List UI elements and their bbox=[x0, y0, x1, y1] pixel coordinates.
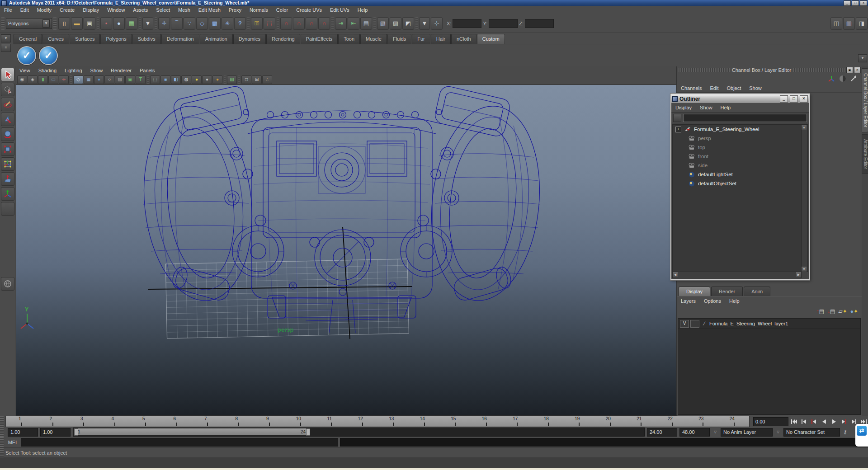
film-gate-icon[interactable]: ▦ bbox=[84, 75, 94, 84]
menu-create[interactable]: Create bbox=[56, 7, 79, 13]
layer-playback-toggle[interactable] bbox=[690, 320, 699, 328]
frame-cell[interactable]: 3 bbox=[68, 416, 99, 427]
wireframe-mode-icon[interactable]: ◇ bbox=[73, 75, 83, 84]
frame-cell[interactable]: 22 bbox=[656, 416, 687, 427]
playback-end-field[interactable]: 24.00 bbox=[647, 428, 677, 437]
auto-keyframe-icon[interactable]: ⚷ bbox=[843, 429, 847, 435]
outliner-item-default-object-set[interactable]: defaultObjectSet bbox=[673, 179, 801, 188]
step-back-frame-button[interactable] bbox=[800, 417, 808, 426]
lasso-tool-button[interactable] bbox=[1, 83, 14, 96]
absolute-transform-icon[interactable]: ⊹ bbox=[431, 17, 443, 30]
use-default-light-icon[interactable]: ● bbox=[192, 75, 202, 84]
close-button[interactable]: X bbox=[860, 0, 867, 6]
time-ruler[interactable]: 1 2 3 4 5 6 7 8 9 10 11 12 13 14 15 16 1… bbox=[5, 416, 750, 427]
shelf-tab-hair[interactable]: Hair bbox=[431, 34, 451, 44]
checker-material-icon[interactable]: ◍ bbox=[181, 75, 191, 84]
menu-set-selector[interactable]: Polygons ▼ bbox=[6, 18, 52, 29]
cb-menu-show[interactable]: Show bbox=[745, 85, 766, 91]
frame-cell[interactable]: 24 bbox=[718, 416, 749, 427]
frame-cell[interactable]: 18 bbox=[532, 416, 563, 427]
menu-file[interactable]: File bbox=[0, 7, 16, 13]
scroll-right-icon[interactable]: ▶ bbox=[796, 272, 801, 277]
menu-edit[interactable]: Edit bbox=[16, 7, 33, 13]
new-scene-icon[interactable]: ▯ bbox=[58, 17, 70, 30]
shelf-tab-curves[interactable]: Curves bbox=[42, 34, 69, 44]
menu-normals[interactable]: Normals bbox=[245, 7, 272, 13]
frame-cell[interactable]: 16 bbox=[470, 416, 501, 427]
shelf-tab-custom[interactable]: Custom bbox=[477, 34, 505, 44]
outliner-item-steering-wheel[interactable]: + Formula_E_Steering_Wheel bbox=[673, 125, 801, 134]
frame-cell[interactable]: 14 bbox=[408, 416, 439, 427]
show-toolsettings-icon[interactable]: ◨ bbox=[856, 17, 868, 30]
shelf-tab-polygons[interactable]: Polygons bbox=[100, 34, 132, 44]
show-channelbox-icon[interactable]: ▥ bbox=[843, 17, 855, 30]
input-connections-icon[interactable]: ⇥ bbox=[335, 17, 347, 30]
command-line-label[interactable]: MEL bbox=[5, 440, 21, 445]
menu-display[interactable]: Display bbox=[79, 7, 103, 13]
scroll-up-icon[interactable]: ▲ bbox=[802, 125, 807, 130]
drag-handle[interactable] bbox=[0, 427, 4, 437]
speed-state-icon[interactable] bbox=[839, 75, 846, 82]
character-set-selector[interactable]: No Character Set bbox=[783, 428, 840, 437]
xray-mode-icon[interactable]: ▨ bbox=[115, 75, 125, 84]
window-titlebar[interactable]: Autodesk Maya 2011 x64: D:\!October\Form… bbox=[0, 0, 868, 6]
default-material-icon[interactable]: ■ bbox=[160, 75, 170, 84]
shelf-tab-toon[interactable]: Toon bbox=[338, 34, 360, 44]
open-scene-icon[interactable]: ▬ bbox=[71, 17, 83, 30]
shaded-mode-icon[interactable]: ● bbox=[94, 75, 104, 84]
cb-menu-edit[interactable]: Edit bbox=[706, 85, 722, 91]
scale-tool-button[interactable] bbox=[1, 142, 14, 156]
outliner-filter-icon[interactable] bbox=[673, 114, 681, 122]
shelf-tab-rendering[interactable]: Rendering bbox=[266, 34, 300, 44]
panel-menu-panels[interactable]: Panels bbox=[136, 68, 159, 73]
frame-cell[interactable]: 2 bbox=[37, 416, 68, 427]
snap-grid-icon[interactable]: ✛ bbox=[158, 17, 170, 30]
isolate-select-icon[interactable]: ▧ bbox=[227, 75, 237, 84]
frame-cell[interactable]: 8 bbox=[222, 416, 254, 427]
layer-menu-options[interactable]: Options bbox=[700, 298, 725, 304]
outliner-close-button[interactable]: ✕ bbox=[800, 95, 808, 103]
layer-name[interactable]: Formula_E_Steering_Wheel_layer1 bbox=[709, 321, 788, 326]
range-end-handle[interactable] bbox=[306, 428, 310, 436]
snap-magnet-view-icon[interactable]: ∩ bbox=[318, 17, 330, 30]
expand-icon[interactable]: + bbox=[675, 127, 681, 132]
range-slider-track[interactable]: 1 24 bbox=[73, 428, 645, 437]
outliner-item-default-light-set[interactable]: defaultLightSet bbox=[673, 170, 801, 179]
side-tab-attribute-editor[interactable]: Attribute Editor bbox=[862, 134, 868, 174]
menu-create-uvs[interactable]: Create UVs bbox=[292, 7, 326, 13]
bookmark-icon[interactable]: ▮ bbox=[38, 75, 48, 84]
play-forwards-button[interactable] bbox=[830, 417, 838, 426]
create-empty-layer-icon[interactable]: ▱✦ bbox=[838, 308, 847, 315]
menu-help[interactable]: Help bbox=[354, 7, 372, 13]
channel-box-header[interactable]: Channel Box / Layer Editor ▣ ✕ bbox=[677, 66, 862, 74]
layer-tab-render[interactable]: Render bbox=[711, 287, 743, 296]
soft-modification-tool-button[interactable] bbox=[1, 172, 14, 186]
z-input[interactable] bbox=[525, 19, 554, 28]
image-plane-icon[interactable]: ▭ bbox=[48, 75, 58, 84]
select-object-icon[interactable]: ● bbox=[113, 17, 125, 30]
show-manipulator-tool-button[interactable] bbox=[1, 187, 14, 201]
outliner-item-front[interactable]: front bbox=[673, 152, 801, 161]
frame-cell[interactable]: 7 bbox=[192, 416, 223, 427]
menu-modify[interactable]: Modify bbox=[33, 7, 56, 13]
current-time-field[interactable]: 0.00 bbox=[753, 417, 788, 426]
outliner-titlebar[interactable]: Outliner _ □ ✕ bbox=[671, 94, 809, 103]
panel-menu-view[interactable]: View bbox=[15, 68, 34, 73]
play-backwards-button[interactable] bbox=[820, 417, 828, 426]
outliner-search-input[interactable] bbox=[683, 114, 807, 122]
frame-cell[interactable]: 6 bbox=[160, 416, 192, 427]
rotate-tool-button[interactable] bbox=[1, 127, 14, 141]
textured-cube-icon[interactable]: ◧ bbox=[171, 75, 181, 84]
camera-attributes-icon[interactable]: ◈ bbox=[28, 75, 38, 84]
side-tab-channel-box[interactable]: Channel Box / Layer Editor bbox=[862, 68, 868, 132]
select-component-icon[interactable]: ▦ bbox=[126, 17, 137, 30]
2d-pan-zoom-icon[interactable]: ✛ bbox=[59, 75, 69, 84]
manip-update-icon[interactable] bbox=[850, 75, 857, 82]
frame-cell[interactable]: 13 bbox=[377, 416, 409, 427]
layer-tab-anim[interactable]: Anim bbox=[744, 287, 770, 296]
select-tool-button[interactable] bbox=[1, 68, 14, 81]
menu-assets[interactable]: Assets bbox=[129, 7, 152, 13]
frame-cell[interactable]: 4 bbox=[99, 416, 130, 427]
anim-layer-selector[interactable]: No Anim Layer bbox=[721, 428, 773, 437]
menu-edit-uvs[interactable]: Edit UVs bbox=[326, 7, 354, 13]
